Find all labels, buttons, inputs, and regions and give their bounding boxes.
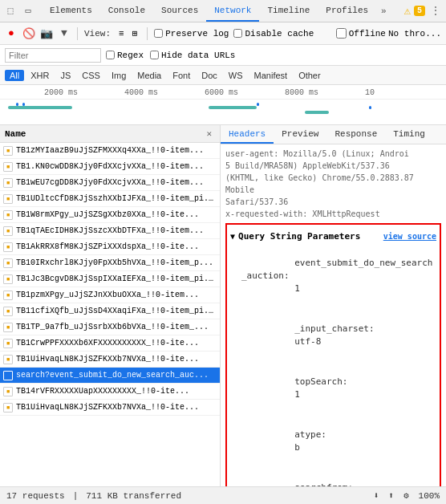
- tab-timeline[interactable]: Timeline: [259, 0, 318, 22]
- main-content: Name ✕ ■ TB1zMYIaazB9uJjSZFMXXXq4XXa_!!0…: [0, 125, 446, 486]
- table-row[interactable]: ■ TB1UiHvaqLN8KJjSZFKXXb7NVXa_!!0-ite...: [0, 352, 220, 368]
- ruler-mark-8000: 8000 ms: [285, 88, 318, 97]
- requests-count: 17 requests: [6, 491, 65, 501]
- request-type-icon: ■: [3, 226, 13, 236]
- table-row[interactable]: ■ TB1wEU7cgDD8KJjy0FdXXcjvXXa_!!0-item..…: [0, 175, 220, 191]
- table-row[interactable]: ■ TB1pzmXPgy_uJjSZJnXXbuOXXa_!!0-item...: [0, 287, 220, 303]
- table-row[interactable]: ■ TB1.KN0cwDD8KJjy0FdXXcjvXXa_!!0-item..…: [0, 159, 220, 175]
- record-button[interactable]: ●: [5, 27, 18, 40]
- more-tabs-button[interactable]: »: [376, 0, 391, 22]
- query-params-section: ▼ Query String Parameters view source ev…: [225, 223, 441, 486]
- inspect-icon[interactable]: ⬚: [3, 4, 18, 18]
- type-img-button[interactable]: Img: [107, 70, 131, 81]
- type-manifest-button[interactable]: Manifest: [249, 70, 293, 81]
- type-doc-button[interactable]: Doc: [197, 70, 222, 81]
- tab-preview[interactable]: Preview: [274, 125, 326, 144]
- view-source-link[interactable]: view source: [383, 232, 436, 241]
- query-param-row: topSearch: 1: [230, 362, 436, 415]
- request-name: TB1UDltcCfD8KJjSszhXXbIJFXa_!!0-item_pi.…: [16, 194, 217, 203]
- tab-sources[interactable]: Sources: [153, 0, 206, 22]
- type-xhr-button[interactable]: XHR: [26, 70, 54, 81]
- filter-input[interactable]: [5, 48, 101, 63]
- request-type-icon: ■: [3, 258, 13, 268]
- param-key-3: atype:: [294, 429, 326, 440]
- tabs-list: Elements Console Sources Network Timelin…: [42, 0, 391, 22]
- offline-checkbox[interactable]: [336, 28, 347, 39]
- camera-button[interactable]: 📷: [40, 27, 53, 40]
- query-param-row: event_submit_do_new_search_auction: 1: [230, 243, 436, 309]
- param-key-4: searchfrom:: [294, 482, 353, 486]
- settings-icon[interactable]: ⋮: [428, 4, 443, 18]
- request-type-icon: ■: [3, 242, 13, 252]
- query-param-row: atype: b: [230, 415, 436, 468]
- header-text-area: user-agent: Mozilla/5.0 (Linux; Androi 5…: [225, 148, 441, 220]
- table-row[interactable]: search?event_submit_do_new_search_auc...: [0, 368, 220, 384]
- table-row[interactable]: ■ TB1UDltcCfD8KJjSszhXXbIJFXa_!!0-item_p…: [0, 191, 220, 207]
- timeline-bars: [0, 100, 446, 125]
- table-row[interactable]: ■ TB10IRxchrl8KJjy0FpXXb5hVXa_!!0-item_p…: [0, 255, 220, 271]
- zoom-level: 100%: [419, 491, 440, 501]
- tab-timing[interactable]: Timing: [385, 125, 433, 144]
- header-line-4: Safari/537.36: [225, 196, 441, 208]
- status-bar-right: ⬇ ⬆ ⚙ 100%: [374, 490, 440, 501]
- request-type-icon: ■: [3, 323, 13, 332]
- hide-data-urls-checkbox[interactable]: [150, 51, 159, 59]
- table-row[interactable]: ■ TB14rVFRXXXXXUapXXXXXXXXX_!!0-ite...: [0, 384, 220, 400]
- tab-headers[interactable]: Headers: [221, 125, 274, 144]
- table-row[interactable]: ■ TB1AkRRX8fM8KJjSZPiXXXdspXa_!!0-ite...: [0, 239, 220, 255]
- transfer-size: 711 KB transferred: [86, 491, 181, 501]
- top-tab-bar: ⬚ ▭ Elements Console Sources Network Tim…: [0, 0, 446, 22]
- timeline-ruler: 2000 ms 4000 ms 6000 ms 8000 ms 10: [0, 85, 446, 100]
- table-row[interactable]: ■ TB1TP_9a7fb_uJjSsrbXXb6bVXa_!!0-item_.…: [0, 319, 220, 335]
- timeline-bar-6: [305, 111, 329, 114]
- type-font-button[interactable]: Font: [168, 70, 195, 81]
- request-type-icon: [3, 371, 13, 380]
- disable-cache-checkbox[interactable]: [233, 29, 242, 38]
- type-other-button[interactable]: Other: [294, 70, 326, 81]
- preserve-log-label: Preserve log: [165, 29, 229, 39]
- requests-list[interactable]: ■ TB1zMYIaazB9uJjSZFMXXXq4XXa_!!0-item..…: [0, 143, 220, 486]
- type-media-button[interactable]: Media: [132, 70, 166, 81]
- type-all-button[interactable]: All: [5, 70, 24, 81]
- request-name: TB11cfiXQfb_uJjSsD4XXaqiFXa_!!0-item_pi.…: [16, 307, 217, 315]
- filter-button[interactable]: ▼: [58, 27, 71, 40]
- view-grid-button[interactable]: ⊞: [129, 26, 141, 40]
- table-row[interactable]: ■ TB1CrwPPFXXXXb6XFXXXXXXXXXX_!!0-ite...: [0, 335, 220, 352]
- hide-data-urls-group: Hide data URLs: [150, 51, 235, 60]
- close-panel-button[interactable]: ✕: [203, 128, 215, 139]
- tab-profiles[interactable]: Profiles: [318, 0, 376, 22]
- divider2: [147, 27, 148, 40]
- table-row[interactable]: ■ TB11cfiXQfb_uJjSsD4XXaqiFXa_!!0-item_p…: [0, 303, 220, 319]
- table-row[interactable]: ■ TB1Jc3BcgvD8KJjSspIXXaIEFXa_!!0-item_p…: [0, 271, 220, 287]
- request-name: search?event_submit_do_new_search_auc...: [16, 371, 217, 380]
- type-css-button[interactable]: CSS: [77, 70, 105, 81]
- request-name: TB1CrwPPFXXXXb6XFXXXXXXXXXX_!!0-ite...: [16, 339, 217, 348]
- param-value-0: 1: [294, 283, 300, 294]
- type-js-button[interactable]: JS: [55, 70, 75, 81]
- tab-network[interactable]: Network: [206, 0, 259, 22]
- preserve-log-checkbox[interactable]: [154, 29, 163, 38]
- table-row[interactable]: ■ TB1UiHvaqLN8KJjSZFKXXb7NVXa_!!0-ite...: [0, 400, 220, 416]
- table-row[interactable]: ■ TB1qTAEcIDH8KJjSszcXXbDTFXa_!!0-item..…: [0, 223, 220, 239]
- request-name: TB1wEU7cgDD8KJjy0FdXXcjvXXa_!!0-item...: [16, 178, 217, 187]
- timeline-bar-5: [257, 103, 259, 106]
- type-ws-button[interactable]: WS: [224, 70, 248, 81]
- collapse-icon[interactable]: ▼: [230, 232, 235, 241]
- table-row[interactable]: ■ TB1zMYIaazB9uJjSZFMXXXq4XXa_!!0-item..…: [0, 143, 220, 159]
- tab-response[interactable]: Response: [326, 125, 385, 144]
- param-value-2: 1: [294, 389, 300, 400]
- divider: [77, 27, 78, 40]
- view-list-button[interactable]: ≡: [116, 27, 128, 40]
- request-type-icon: ■: [3, 291, 13, 300]
- table-row[interactable]: ■ TB1W8rmXPgy_uJjSZSgXXbz0XXa_!!0-ite...: [0, 207, 220, 223]
- device-icon[interactable]: ▭: [21, 4, 35, 18]
- request-name: TB1UiHvaqLN8KJjSZFKXXb7NVXa_!!0-ite...: [16, 403, 217, 412]
- disable-cache-group: Disable cache: [233, 29, 314, 39]
- regex-checkbox[interactable]: [106, 51, 115, 59]
- ruler-mark-2000: 2000 ms: [44, 88, 78, 97]
- clear-button[interactable]: 🚫: [22, 27, 35, 40]
- request-name: TB1qTAEcIDH8KJjSszcXXbDTFXa_!!0-item...: [16, 226, 217, 235]
- tab-elements[interactable]: Elements: [42, 0, 100, 22]
- settings-icon-2: ⚙: [403, 490, 409, 501]
- tab-console[interactable]: Console: [100, 0, 153, 22]
